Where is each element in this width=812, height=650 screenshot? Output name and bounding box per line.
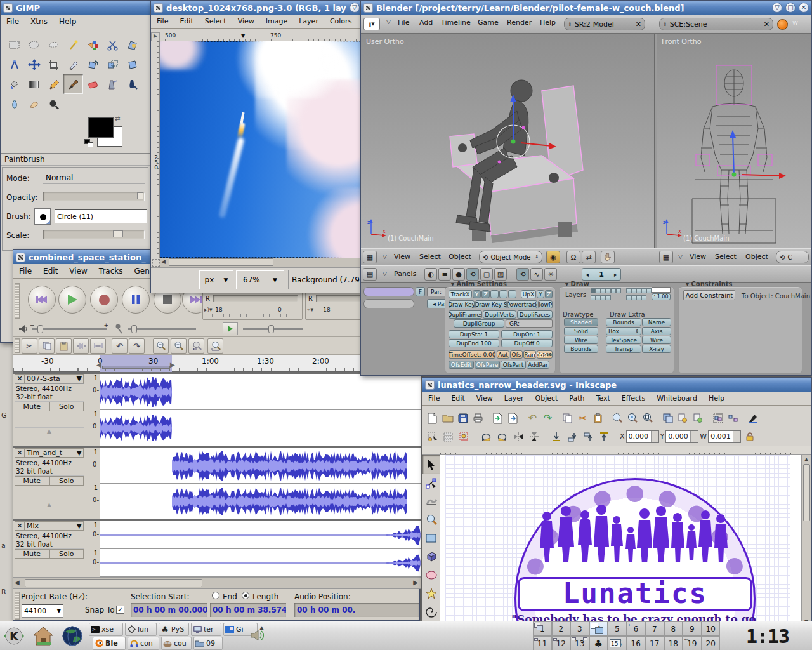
buttons-type-icon[interactable]: ▤ [363,268,377,281]
clear-scene-icon[interactable]: ✕ [764,20,769,29]
logic-context-icon[interactable]: ◐ [424,268,437,281]
shaded-button[interactable]: Shaded [564,318,598,326]
track-minus-button[interactable]: - [490,290,499,298]
layer-grid[interactable] [591,288,624,302]
dupsta-field[interactable]: DupSta: 1 [449,330,499,338]
select-all-layers-icon[interactable] [441,429,455,444]
menu-object[interactable]: Object [449,253,471,261]
pager-desktop-10[interactable]: 10 [702,621,721,636]
waveform-clip[interactable] [100,521,421,549]
add-constraint-button[interactable]: Add Constraint [683,290,735,300]
dupligroup-button[interactable]: DupliGroup [454,319,504,328]
node-tool-icon[interactable] [422,474,440,492]
zoom-in-icon[interactable] [153,338,169,354]
selector-tool-icon[interactable] [422,455,440,474]
task-audacity[interactable]: con [128,637,159,650]
selection-bar[interactable] [102,366,170,369]
input-volume-slider[interactable] [128,328,196,330]
kmenu-button[interactable]: K [1,623,27,649]
track-minus-button[interactable]: - [508,290,516,298]
fill-stroke-icon[interactable] [745,411,760,425]
duplicate-icon[interactable] [660,411,675,425]
lower-icon[interactable] [565,429,579,444]
dupon-field[interactable]: DupOn: 1 [501,330,553,338]
menu-edit[interactable]: Edit [445,392,470,405]
home-button[interactable] [30,623,56,649]
dupliverts-button[interactable]: DupliVerts [483,310,516,319]
clock[interactable]: 1:13 [723,621,812,650]
pager-desktop-15[interactable]: 1515 [608,636,627,650]
gimp-titlebar[interactable]: GIMP [1,1,150,15]
shading-context-icon[interactable]: ● [452,268,465,281]
pager-desktop-13[interactable]: 13 [570,636,589,650]
script-context-icon[interactable]: ≡ [438,268,451,281]
track-collapse[interactable]: ▲ [15,428,84,434]
ofs-button[interactable]: Ofs [510,350,523,359]
menu-object[interactable]: Object [745,253,768,261]
mode-dropdown[interactable]: Normal [43,173,145,184]
new-document-icon[interactable] [425,411,440,425]
scroll-thumb[interactable] [169,258,273,266]
menu-edit[interactable]: Edit [37,264,63,278]
deselect-icon[interactable] [457,429,471,444]
dupend-field[interactable]: DupEnd 100 [449,339,499,347]
lower-to-bottom-icon[interactable] [549,429,563,444]
gr-field[interactable]: GR: [506,319,553,328]
shear-tool-icon[interactable] [122,55,142,74]
waveform-clip[interactable] [100,484,421,519]
volume-icon[interactable] [250,628,266,644]
pager-desktop-6[interactable]: 6← [627,621,646,636]
solid-button[interactable]: Solid [564,327,598,335]
length-radio[interactable] [242,592,249,599]
menu-game[interactable]: Game [478,18,499,27]
alpha-value[interactable]: : 1.00 [652,293,671,300]
menu-xtns[interactable]: Xtns [25,15,53,29]
zoom-tool-icon[interactable] [422,510,440,529]
ofsedit-button[interactable]: OfsEdit [449,361,474,369]
pager-desktop-8[interactable]: 8 [664,621,683,636]
zoom-selection-icon[interactable] [610,411,625,425]
ungroup-icon[interactable] [726,411,740,425]
select-all-icon[interactable] [425,429,440,444]
screen-selector[interactable]: ⇕SR:2-Model✕ [564,18,645,30]
length-field[interactable]: 00 h 00 m 38.574 s▼ [210,603,286,617]
foreground-select-tool-icon[interactable] [122,35,142,55]
scroll-thumb[interactable] [803,464,810,521]
print-icon[interactable] [471,411,485,425]
zoom-out-icon[interactable] [171,338,187,354]
waveform-clip[interactable] [100,374,421,410]
scroll-thumb[interactable] [25,579,202,587]
powertrack-button[interactable]: Powertrack [508,300,537,308]
texspace-button[interactable]: TexSpace [606,336,641,344]
ofspart-button[interactable]: OfsPart [501,361,526,369]
track-close-button[interactable]: ✕ [15,448,25,458]
trackz-button[interactable]: Z [481,290,490,298]
track-close-button[interactable]: ✕ [15,521,25,531]
track-name-dropdown[interactable]: 007-S-sta▼ [25,374,84,383]
task-xterm[interactable]: >_xse [89,623,123,636]
pager-desktop-3[interactable]: 3 [570,621,589,636]
menu-timeline[interactable]: Timeline [441,18,471,27]
xray-button[interactable]: X-ray [642,345,671,353]
mute-button[interactable]: Mute [15,549,49,559]
inkscape-titlebar[interactable]: lunatics_narrow_header.svg - Inkscape [422,378,811,392]
menu-file[interactable]: File [151,15,174,28]
track-close-button[interactable]: ✕ [15,374,25,383]
redo-icon[interactable]: ↷ [129,338,145,354]
track-collapse[interactable]: ▲ [15,501,84,508]
canvas-hscrollbar[interactable]: ◀ [160,258,361,267]
solo-button[interactable]: Solo [49,476,84,486]
collapse-arrow-icon[interactable]: ▽ [386,18,391,25]
menu-file[interactable]: File [422,392,445,405]
tracky-button[interactable]: Y [473,290,481,298]
eraser-tool-icon[interactable] [83,74,103,94]
mute-button[interactable]: Mute [15,476,49,486]
pause-button[interactable] [122,286,150,314]
ruler-corner[interactable]: ▶ [151,32,160,41]
measure-tool-icon[interactable] [4,55,24,74]
ellipse-select-tool-icon[interactable] [24,35,44,55]
tweak-tool-icon[interactable] [422,492,440,510]
cut-icon[interactable]: ✂ [575,411,590,425]
toolbar-grabber[interactable] [15,283,20,319]
upz-button[interactable]: Z [545,290,553,298]
